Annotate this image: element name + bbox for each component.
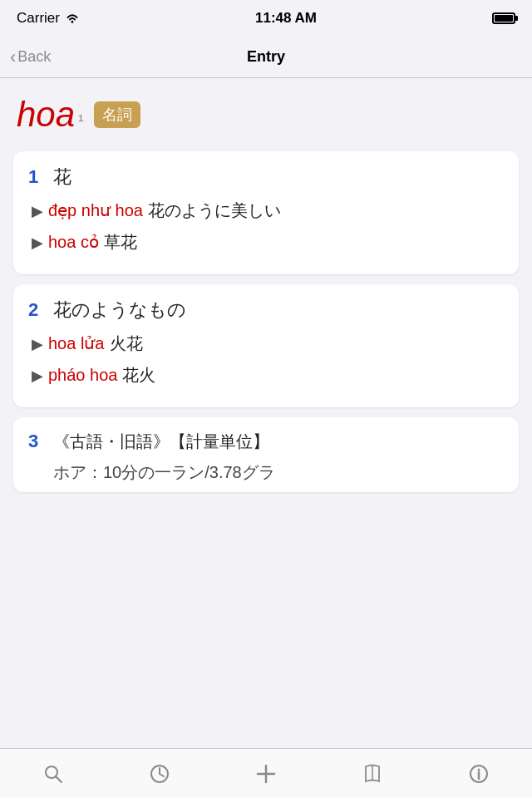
example-row-2-2: ▶ pháo hoa 花火 (32, 362, 504, 387)
def-number-2: 2 (28, 299, 45, 321)
def-partial-text-3: ホア：10分の一ラン/3.78グラ (53, 461, 504, 484)
example-row-2-1: ▶ hoa lửa 火花 (32, 331, 504, 356)
page-title: Entry (247, 48, 285, 66)
bullet-icon-1-1: ▶ (32, 200, 43, 223)
nav-bar: ‹ Back Entry (0, 37, 532, 78)
bullet-icon-2-1: ▶ (32, 333, 43, 356)
clock-icon (148, 762, 171, 786)
example-viet-1-1: đẹp như hoa (48, 198, 143, 223)
definition-row-3: 3 《古語・旧語》【計量単位】 (28, 431, 504, 453)
example-row-1-1: ▶ đẹp như hoa 花のように美しい (32, 198, 504, 223)
definition-row-1: 1 花 (28, 165, 504, 190)
example-viet-2-2: pháo hoa (48, 362, 117, 387)
example-jp-2-2: 花火 (122, 362, 155, 387)
example-jp-1-1: 花のように美しい (148, 198, 281, 223)
status-time: 11:48 AM (255, 10, 317, 27)
definition-card-3: 3 《古語・旧語》【計量単位】 ホア：10分の一ラン/3.78グラ (13, 417, 519, 492)
status-bar: Carrier 11:48 AM (0, 0, 532, 37)
tab-book[interactable] (352, 753, 393, 795)
search-icon (42, 762, 65, 786)
definition-card-2: 2 花のようなもの ▶ hoa lửa 火花 ▶ pháo hoa 花火 (13, 284, 519, 407)
definition-card-1: 1 花 ▶ đẹp như hoa 花のように美しい ▶ hoa cỏ 草花 (13, 151, 519, 274)
bullet-icon-1-2: ▶ (32, 232, 43, 254)
battery-icon (492, 12, 515, 24)
word-header: hoa¹ 名詞 (13, 95, 519, 135)
example-jp-2-1: 火花 (110, 331, 143, 356)
tab-bar (0, 748, 532, 798)
tab-add[interactable] (245, 753, 287, 795)
svg-line-2 (57, 776, 62, 782)
example-jp-1-2: 草花 (104, 229, 137, 254)
part-of-speech-badge: 名詞 (94, 101, 140, 128)
example-viet-1-2: hoa cỏ (48, 229, 99, 254)
carrier-label: Carrier (17, 10, 60, 27)
plus-icon (254, 762, 278, 786)
back-label: Back (17, 48, 51, 66)
tab-info[interactable] (458, 753, 500, 795)
word-tone: ¹ (78, 111, 84, 131)
definition-row-2: 2 花のようなもの (28, 298, 504, 323)
tab-history[interactable] (139, 753, 180, 795)
main-content: hoa¹ 名詞 1 花 ▶ đẹp như hoa 花のように美しい ▶ hoa… (0, 78, 532, 492)
def-number-1: 1 (28, 166, 45, 188)
battery-indicator (492, 12, 515, 24)
svg-point-9 (478, 768, 480, 771)
def-text-2: 花のようなもの (53, 298, 186, 323)
def-text-1: 花 (53, 165, 71, 190)
book-icon (361, 762, 384, 786)
example-viet-2-1: hoa lửa (48, 331, 105, 356)
def-number-3: 3 (28, 431, 45, 452)
def-text-3: 《古語・旧語》【計量単位】 (53, 431, 269, 453)
example-row-1-2: ▶ hoa cỏ 草花 (32, 229, 504, 254)
headword: hoa¹ (17, 95, 84, 135)
chevron-left-icon: ‹ (10, 48, 16, 66)
back-button[interactable]: ‹ Back (10, 48, 51, 66)
bullet-icon-2-2: ▶ (32, 365, 43, 387)
svg-point-0 (71, 21, 74, 23)
wifi-icon (65, 12, 80, 24)
carrier-info: Carrier (17, 10, 80, 27)
tab-search[interactable] (32, 753, 74, 795)
word-main: hoa (17, 95, 75, 135)
info-icon (467, 762, 490, 786)
